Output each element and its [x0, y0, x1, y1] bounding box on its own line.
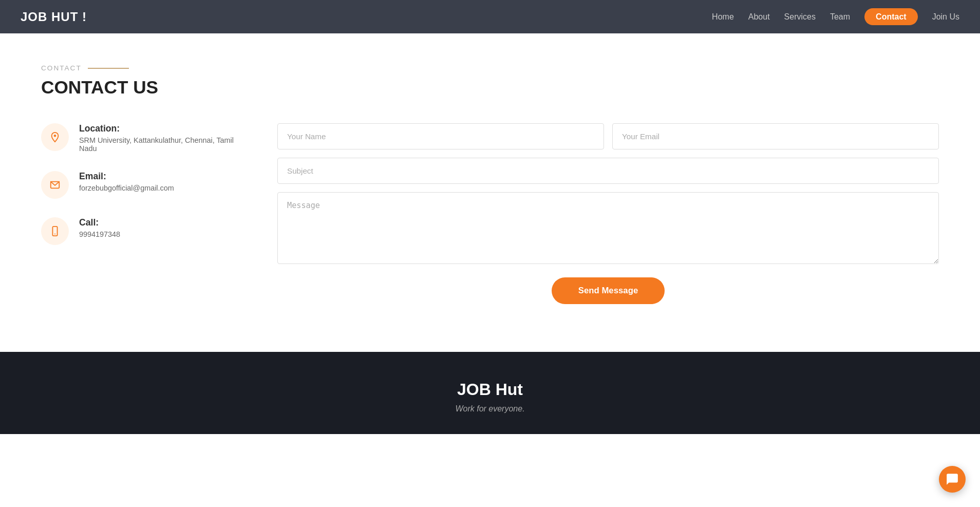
svg-point-3	[54, 234, 55, 235]
nav-item-services[interactable]: Services	[784, 12, 816, 22]
location-icon-wrapper	[41, 123, 69, 151]
brand-exclamation: !	[82, 10, 87, 24]
contact-info: Location: SRM University, Kattankulathur…	[41, 123, 236, 245]
location-detail: SRM University, Kattankulathur, Chennai,…	[79, 136, 236, 153]
brand-logo[interactable]: JOB HUT !	[21, 10, 87, 24]
send-button[interactable]: Send Message	[552, 277, 665, 304]
phone-heading: Call:	[79, 217, 120, 228]
contact-title: CONTACT US	[41, 77, 939, 98]
nav-item-contact[interactable]: Contact	[864, 12, 918, 22]
email-detail: forzebubgofficial@gmail.com	[79, 184, 174, 192]
email-text: Email: forzebubgofficial@gmail.com	[79, 171, 174, 192]
nav-item-home[interactable]: Home	[712, 12, 734, 22]
name-input[interactable]	[277, 123, 604, 149]
email-icon	[49, 179, 61, 191]
contact-form: Send Message	[277, 123, 939, 304]
nav-links: Home About Services Team Contact Join Us	[712, 12, 959, 22]
subject-input[interactable]	[277, 158, 939, 184]
footer-brand: JOB Hut	[21, 380, 959, 399]
email-input[interactable]	[612, 123, 939, 149]
phone-icon-wrapper	[41, 217, 69, 245]
form-row-top	[277, 123, 939, 149]
footer-tagline: Work for everyone.	[21, 404, 959, 414]
contact-section-label: CONTACT	[41, 64, 939, 72]
phone-text: Call: 9994197348	[79, 217, 120, 238]
message-input[interactable]	[277, 192, 939, 264]
footer: JOB Hut Work for everyone.	[0, 352, 980, 434]
location-icon	[49, 132, 61, 143]
contact-body: Location: SRM University, Kattankulathur…	[41, 123, 939, 304]
phone-detail: 9994197348	[79, 230, 120, 238]
nav-item-team[interactable]: Team	[830, 12, 850, 22]
info-item-location: Location: SRM University, Kattankulathur…	[41, 123, 236, 153]
location-heading: Location:	[79, 123, 236, 134]
email-heading: Email:	[79, 171, 174, 182]
nav-item-joinus[interactable]: Join Us	[932, 12, 959, 22]
info-item-phone: Call: 9994197348	[41, 217, 236, 245]
contact-section: CONTACT CONTACT US Location: SRM Univers…	[0, 33, 980, 352]
phone-icon	[49, 226, 61, 237]
brand-name: JOB HUT	[21, 10, 78, 24]
navbar: JOB HUT ! Home About Services Team Conta…	[0, 0, 980, 33]
location-text: Location: SRM University, Kattankulathur…	[79, 123, 236, 153]
nav-item-about[interactable]: About	[748, 12, 770, 22]
email-icon-wrapper	[41, 171, 69, 199]
info-item-email: Email: forzebubgofficial@gmail.com	[41, 171, 236, 199]
svg-point-0	[54, 135, 56, 137]
